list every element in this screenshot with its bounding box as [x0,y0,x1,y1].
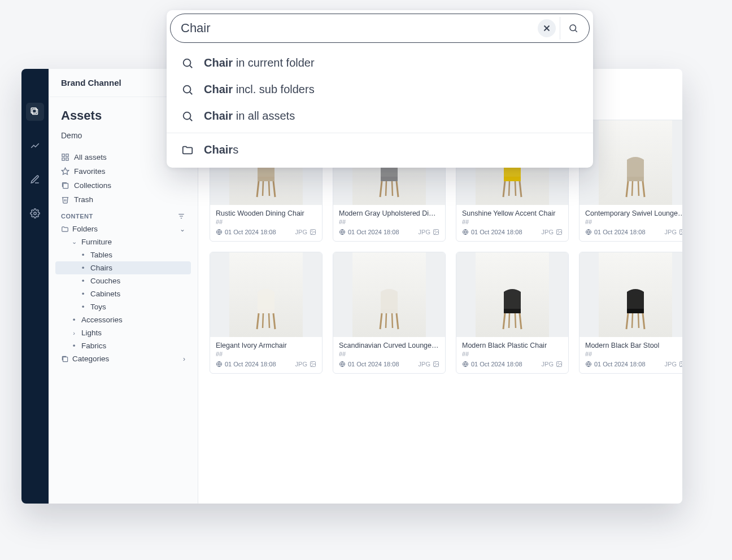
asset-card[interactable]: Modern Black Bar Stool ## 01 Oct 2024 18… [579,252,682,374]
asset-ext: JPG [419,361,430,368]
bullet-icon: • [79,251,87,259]
suggestion-text: Chair incl. sub folders [204,83,315,96]
asset-meta: 01 Oct 2024 18:08 JPG [462,229,563,235]
suggestion-sub-folders[interactable]: Chair incl. sub folders [167,76,593,103]
asset-thumbnail [580,120,682,205]
rail-analytics-icon[interactable] [26,137,44,155]
asset-thumbnail [333,252,445,337]
tree-fabrics[interactable]: • Fabrics [55,339,191,352]
asset-date: 01 Oct 2024 18:08 [594,361,646,368]
rail-settings-icon[interactable] [26,204,44,222]
asset-hash: ## [462,351,563,357]
asset-date: 01 Oct 2024 18:08 [348,361,399,368]
asset-title: Modern Black Bar Stool [585,342,682,349]
svg-point-81 [184,59,191,66]
svg-rect-45 [258,309,274,313]
asset-date: 01 Oct 2024 18:08 [225,361,276,368]
chair-image-icon [618,154,652,199]
tree-label: Couches [90,277,120,285]
svg-line-41 [638,181,639,196]
tree-label: Fabrics [81,342,106,350]
tree-label: Cabinets [90,290,120,298]
folder-icon [181,144,194,156]
tree-couches[interactable]: • Couches [55,274,191,287]
asset-hash: ## [339,218,439,225]
tree-label: Accessories [81,316,123,324]
chair-image-icon [249,286,283,331]
asset-card[interactable]: Scandinavian Curved Lounge C… ## 01 Oct … [333,252,446,374]
svg-line-64 [509,313,509,328]
globe-icon [216,361,223,368]
suggestion-folder-chairs[interactable]: Chairs [167,137,593,163]
tree-chairs[interactable]: • Chairs [55,261,191,274]
bullet-icon: • [79,277,87,285]
svg-rect-6 [66,158,68,160]
suggestion-current-folder[interactable]: Chair in current folder [167,50,593,76]
asset-ext: JPG [542,229,554,235]
asset-ext: JPG [665,229,677,235]
rail-assets-icon[interactable] [26,103,44,121]
tree-categories[interactable]: Categories › [55,352,191,365]
svg-line-47 [273,313,275,329]
search-bar [170,14,590,43]
asset-body: Modern Black Bar Stool ## 01 Oct 2024 18… [580,337,682,373]
tree-accessories[interactable]: • Accessories [55,313,191,326]
filter-icon[interactable] [177,212,185,220]
svg-point-60 [435,363,436,364]
search-submit-button[interactable] [560,17,586,40]
search-icon [181,110,194,123]
asset-ext: JPG [419,229,430,235]
image-icon [679,361,682,368]
tree-label: Lights [81,329,102,337]
nav-collections[interactable]: Collections [55,178,191,193]
rail-edit-icon[interactable] [26,170,44,189]
section-content-header: CONTENT [55,207,191,222]
bullet-icon: • [79,303,87,311]
svg-line-30 [503,181,505,197]
trash-icon [61,195,69,204]
tree-cabinets[interactable]: • Cabinets [55,287,191,300]
asset-title: Contemporary Swivel Lounge C… [585,209,682,217]
nav-label: Favorites [74,167,106,176]
tree-label: Categories [72,355,109,363]
asset-card[interactable]: Elegant Ivory Armchair ## 01 Oct 2024 18… [210,252,323,374]
asset-title: Sunshine Yellow Accent Chair [462,209,563,217]
svg-rect-21 [381,177,398,181]
bullet-icon: • [70,316,78,324]
asset-hash: ## [585,351,682,357]
asset-meta: 01 Oct 2024 18:08 JPG [585,229,682,235]
categories-icon [61,355,69,363]
svg-marker-7 [62,168,69,174]
bullet-icon: • [70,342,78,350]
asset-hash: ## [585,218,682,225]
svg-line-55 [396,313,398,329]
asset-thumbnail [456,252,568,337]
tree-furniture[interactable]: ⌄ Furniture [55,235,191,248]
clear-search-button[interactable] [534,17,560,40]
tree-lights[interactable]: › Lights [55,326,191,339]
chair-image-icon [372,286,406,331]
tree-label: Furniture [81,238,112,246]
svg-point-76 [681,363,682,364]
nav-trash[interactable]: Trash [55,193,191,207]
nav-rail [21,69,49,504]
asset-card[interactable]: Contemporary Swivel Lounge C… ## 01 Oct … [579,120,682,242]
svg-line-39 [643,181,644,197]
svg-rect-69 [627,309,644,313]
close-icon [542,23,552,33]
tree-folders[interactable]: Folders ⌄ [55,222,191,235]
svg-line-22 [380,181,382,197]
asset-meta: 01 Oct 2024 18:08 JPG [339,229,439,235]
divider [167,133,593,133]
tree-toys[interactable]: • Toys [55,300,191,313]
suggestion-all-assets[interactable]: Chair in all assets [167,103,593,129]
svg-line-49 [269,313,269,328]
tree-tables[interactable]: • Tables [55,248,191,261]
svg-line-65 [515,313,516,328]
search-input[interactable] [181,21,534,36]
section-label: CONTENT [61,213,93,220]
search-overlay: Chair in current folder Chair incl. sub … [167,10,593,168]
asset-card[interactable]: Modern Black Plastic Chair ## 01 Oct 202… [456,252,569,374]
svg-point-52 [312,363,313,364]
asset-body: Rustic Wooden Dining Chair ## 01 Oct 202… [210,205,322,241]
